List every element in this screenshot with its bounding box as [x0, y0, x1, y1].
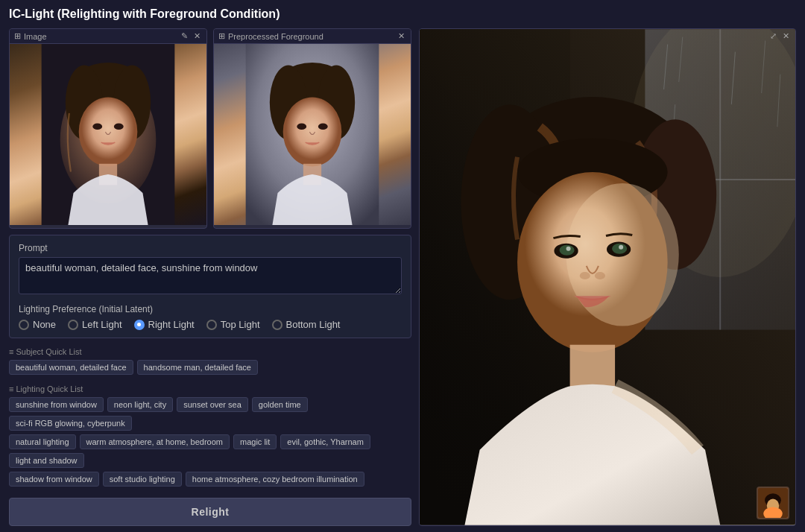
svg-point-43: [595, 272, 605, 279]
subject-tag-0[interactable]: beautiful woman, detailed face: [9, 360, 133, 375]
radio-none-label: None: [33, 319, 56, 330]
image-panel-2-label: Preprocessed Foreground: [228, 32, 323, 41]
image-panel-2-close-button[interactable]: ✕: [397, 32, 406, 40]
image-panel-1-preview: [10, 44, 206, 225]
radio-bottom: [272, 320, 282, 330]
radio-left-label: Left Light: [82, 319, 122, 330]
lighting-tag-5[interactable]: natural lighting: [9, 434, 76, 449]
image-panel-1-grid-icon: ⊞: [14, 31, 21, 41]
output-image: [420, 29, 795, 525]
image-panel-1-header: ⊞ Image ✎ ✕: [10, 29, 206, 44]
lighting-label: Lighting Preference (Initial Latent): [19, 304, 402, 314]
subject-tags-row: beautiful woman, detailed face handsome …: [9, 360, 411, 375]
svg-point-15: [318, 123, 328, 130]
radio-left: [68, 320, 78, 330]
image-panel-2-preview: [214, 44, 411, 225]
image-panel-2: ⊞ Preprocessed Foreground ✕: [213, 28, 411, 229]
lighting-option-top[interactable]: Top Light: [206, 319, 260, 330]
lighting-quick-list: ≡ Lighting Quick List sunshine from wind…: [9, 384, 411, 490]
svg-point-6: [92, 123, 102, 130]
lighting-section: Lighting Preference (Initial Latent) Non…: [19, 304, 402, 330]
lighting-tags-row-1: sunshine from window neon light, city su…: [9, 397, 411, 431]
lighting-tag-1[interactable]: neon light, city: [107, 397, 173, 412]
radio-right-label: Right Light: [148, 319, 195, 330]
svg-point-7: [114, 123, 124, 130]
subject-quick-list: ≡ Subject Quick List beautiful woman, de…: [9, 347, 411, 379]
lighting-option-bottom[interactable]: Bottom Light: [272, 319, 341, 330]
lighting-tag-11[interactable]: soft studio lighting: [103, 472, 182, 487]
subject-tag-1[interactable]: handsome man, detailed face: [137, 360, 258, 375]
controls-area: Prompt Lighting Preference (Initial Late…: [9, 235, 411, 338]
radio-top-label: Top Light: [221, 319, 260, 330]
svg-point-13: [283, 97, 342, 166]
image-row: ⊞ Image ✎ ✕: [9, 28, 411, 229]
lighting-tag-6[interactable]: warm atmosphere, at home, bedroom: [80, 434, 230, 449]
output-panel-header: ⤢ ✕: [768, 32, 791, 40]
prompt-input[interactable]: [19, 257, 402, 294]
svg-point-40: [566, 247, 571, 251]
image-panel-1: ⊞ Image ✎ ✕: [9, 28, 207, 229]
lighting-tag-9[interactable]: light and shadow: [9, 453, 84, 468]
lighting-option-left[interactable]: Left Light: [68, 319, 122, 330]
radio-top: [206, 320, 217, 330]
output-panel: ⤢ ✕: [419, 28, 796, 526]
image-panel-2-grid-icon: ⊞: [218, 31, 225, 41]
lighting-tag-2[interactable]: sunset over sea: [177, 397, 248, 412]
subject-quick-list-header: ≡ Subject Quick List: [9, 347, 411, 356]
lighting-option-right[interactable]: Right Light: [134, 319, 195, 330]
portrait-image-1: [10, 44, 206, 225]
radio-none: [19, 320, 29, 330]
output-close-button[interactable]: ✕: [781, 32, 791, 40]
svg-point-42: [580, 272, 590, 279]
output-expand-button[interactable]: ⤢: [768, 32, 778, 40]
relight-button[interactable]: Relight: [9, 498, 411, 526]
bottom-controls: ≡ Subject Quick List beautiful woman, de…: [9, 344, 411, 526]
image-panel-1-label: Image: [24, 32, 47, 41]
lighting-tag-0[interactable]: sunshine from window: [9, 397, 104, 412]
portrait-image-2: [214, 44, 411, 225]
left-panel: ⊞ Image ✎ ✕: [9, 28, 411, 526]
prompt-label: Prompt: [19, 243, 402, 253]
main-layout: ⊞ Image ✎ ✕: [9, 28, 796, 526]
lighting-tags-row-3: shadow from window soft studio lighting …: [9, 472, 411, 487]
lighting-tag-3[interactable]: golden time: [252, 397, 308, 412]
lighting-tags-row-2: natural lighting warm atmosphere, at hom…: [9, 434, 411, 468]
image-panel-1-edit-button[interactable]: ✎: [180, 32, 189, 40]
lighting-tag-10[interactable]: shadow from window: [9, 472, 99, 487]
svg-point-5: [79, 97, 138, 166]
lighting-tag-12[interactable]: home atmosphere, cozy bedroom illuminati…: [186, 472, 364, 487]
lighting-tag-8[interactable]: evil, gothic, Yharnam: [280, 434, 370, 449]
svg-point-41: [619, 245, 623, 250]
radio-right: [134, 320, 145, 330]
lighting-tag-7[interactable]: magic lit: [233, 434, 277, 449]
lighting-quick-list-header: ≡ Lighting Quick List: [9, 384, 411, 393]
app-container: IC-Light (Relighting with Foreground Con…: [0, 0, 805, 532]
image-panel-1-close-button[interactable]: ✕: [192, 32, 202, 40]
app-title: IC-Light (Relighting with Foreground Con…: [9, 7, 796, 21]
image-panel-2-header: ⊞ Preprocessed Foreground ✕: [214, 29, 411, 44]
lighting-tag-4[interactable]: sci-fi RGB glowing, cyberpunk: [9, 416, 132, 431]
output-thumbnail: [757, 487, 789, 519]
svg-point-14: [297, 123, 306, 130]
radio-bottom-label: Bottom Light: [286, 319, 341, 330]
lighting-option-none[interactable]: None: [19, 319, 56, 330]
lighting-radio-group: None Left Light Right Light Top Lig: [19, 319, 402, 330]
